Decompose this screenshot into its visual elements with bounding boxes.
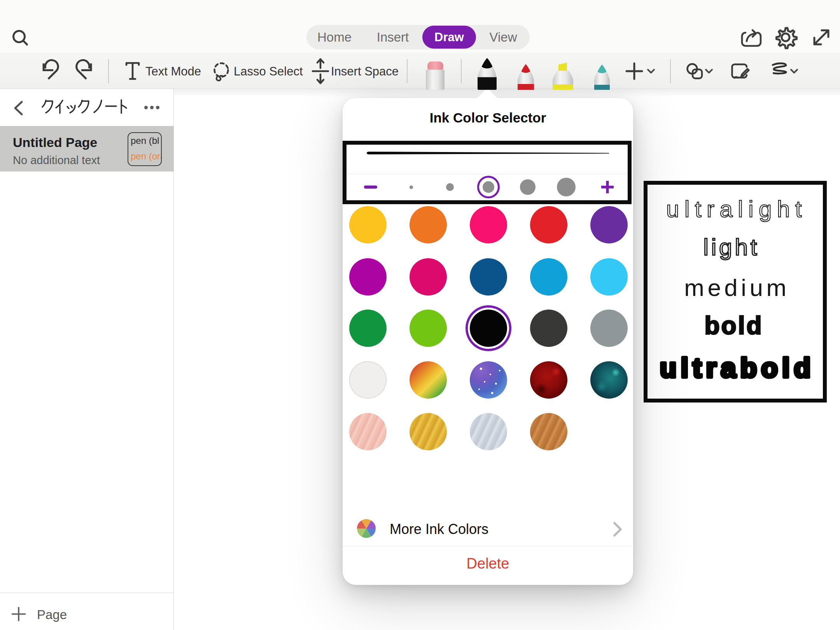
svg-text:pen (bl: pen (bl bbox=[131, 135, 159, 146]
svg-text:pen (ora: pen (ora bbox=[131, 151, 161, 161]
svg-text:ultrabold: ultrabold bbox=[660, 353, 815, 383]
svg-text:medium: medium bbox=[684, 274, 790, 301]
svg-text:bold: bold bbox=[704, 312, 763, 340]
svg-text:ultralight: ultralight bbox=[666, 196, 807, 222]
svg-text:light: light bbox=[703, 234, 760, 260]
